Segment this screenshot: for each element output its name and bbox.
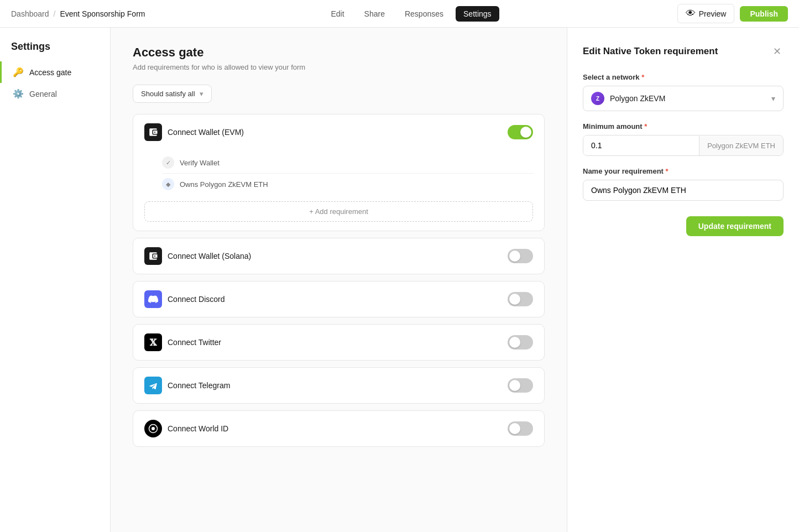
satisfy-dropdown-label: Should satisfy all xyxy=(141,90,195,98)
sub-req-owns-polygon[interactable]: ◆ Owns Polygon ZkEVM ETH xyxy=(162,173,533,195)
name-field-label: Name your requirement * xyxy=(583,167,784,175)
network-select-left: Z Polygon ZkEVM xyxy=(591,92,665,105)
nav-actions: 👁 Preview Publish xyxy=(677,4,788,23)
amount-input[interactable] xyxy=(583,135,699,155)
sidebar-item-label-access-gate: Access gate xyxy=(29,68,71,77)
add-requirement-button[interactable]: + Add requirement xyxy=(144,201,533,222)
card-connect-telegram: Connect Telegram xyxy=(133,367,545,404)
chevron-down-icon: ▾ xyxy=(200,90,203,98)
card-header-telegram: Connect Telegram xyxy=(133,368,544,403)
toggle-solana-slider xyxy=(508,249,533,263)
satisfy-dropdown[interactable]: Should satisfy all ▾ xyxy=(133,85,212,103)
toggle-evm-slider xyxy=(508,125,533,139)
breadcrumb-separator: / xyxy=(54,9,56,18)
sub-requirements-evm: ✓ Verify Wallet ◆ Owns Polygon ZkEVM ETH xyxy=(133,150,544,201)
card-connect-worldid: Connect World ID xyxy=(133,410,545,447)
polygon-logo: Z xyxy=(591,92,604,105)
toggle-solana[interactable] xyxy=(508,249,533,263)
network-select[interactable]: Z Polygon ZkEVM ▾ xyxy=(583,86,784,111)
amount-field-group: Minimum amount * Polygon ZkEVM ETH xyxy=(583,122,784,156)
card-connect-evm: Connect Wallet (EVM) ✓ Verify Wallet ◆ O… xyxy=(133,114,545,231)
gear-icon: ⚙️ xyxy=(13,88,24,99)
twitter-icon: 𝕏 xyxy=(144,333,162,351)
card-connect-solana: Connect Wallet (Solana) xyxy=(133,238,545,274)
card-title-group-worldid: Connect World ID xyxy=(144,420,228,437)
card-title-solana: Connect Wallet (Solana) xyxy=(168,252,251,260)
telegram-icon xyxy=(144,377,162,394)
name-field-group: Name your requirement * xyxy=(583,167,784,201)
update-requirement-button[interactable]: Update requirement xyxy=(686,216,784,236)
toggle-twitter[interactable] xyxy=(508,335,533,350)
wallet-solana-icon xyxy=(144,247,162,265)
discord-icon xyxy=(144,290,162,308)
toggle-telegram[interactable] xyxy=(508,378,533,393)
toggle-worldid[interactable] xyxy=(508,421,533,436)
page-title: Access gate xyxy=(133,45,545,60)
svg-point-1 xyxy=(152,427,155,430)
sub-req-verify-wallet-label: Verify Wallet xyxy=(180,159,220,167)
sidebar-title: Settings xyxy=(0,41,110,61)
amount-required-star: * xyxy=(644,122,647,131)
preview-button[interactable]: 👁 Preview xyxy=(677,4,735,23)
chevron-down-icon-network: ▾ xyxy=(771,94,775,103)
card-title-discord: Connect Discord xyxy=(168,295,225,304)
sidebar-item-general[interactable]: ⚙️ General xyxy=(0,83,110,105)
key-icon: 🔑 xyxy=(13,67,24,77)
toggle-evm[interactable] xyxy=(508,125,533,139)
network-value: Polygon ZkEVM xyxy=(610,94,665,103)
card-header-solana: Connect Wallet (Solana) xyxy=(133,238,544,274)
card-title-group-evm: Connect Wallet (EVM) xyxy=(144,123,244,141)
owns-polygon-icon: ◆ xyxy=(162,178,174,190)
tab-share[interactable]: Share xyxy=(357,6,393,22)
publish-button[interactable]: Publish xyxy=(740,6,788,22)
card-header-worldid: Connect World ID xyxy=(133,411,544,446)
name-required-star: * xyxy=(666,167,669,175)
card-title-group-discord: Connect Discord xyxy=(144,290,225,308)
panel-close-button[interactable]: ✕ xyxy=(771,43,784,60)
wallet-evm-icon xyxy=(144,123,162,141)
card-title-twitter: Connect Twitter xyxy=(168,338,221,347)
card-title-group-telegram: Connect Telegram xyxy=(144,377,230,394)
amount-label-text: Minimum amount xyxy=(583,122,643,131)
right-panel: Edit Native Token requirement ✕ Select a… xyxy=(567,28,799,532)
toggle-discord-slider xyxy=(508,292,533,306)
amount-unit: Polygon ZkEVM ETH xyxy=(699,136,783,155)
card-title-evm: Connect Wallet (EVM) xyxy=(168,128,244,137)
main-content: Access gate Add requirements for who is … xyxy=(111,28,567,532)
toggle-telegram-slider xyxy=(508,378,533,393)
card-title-group-solana: Connect Wallet (Solana) xyxy=(144,247,251,265)
toggle-worldid-slider xyxy=(508,421,533,436)
tab-edit[interactable]: Edit xyxy=(323,6,352,22)
amount-input-row: Polygon ZkEVM ETH xyxy=(583,135,784,156)
card-title-telegram: Connect Telegram xyxy=(168,381,230,390)
breadcrumb: Dashboard / Event Sponsorship Form xyxy=(11,9,145,18)
toggle-discord[interactable] xyxy=(508,292,533,306)
sidebar: Settings 🔑 Access gate ⚙️ General xyxy=(0,28,111,532)
sub-req-owns-polygon-label: Owns Polygon ZkEVM ETH xyxy=(180,180,268,189)
main-layout: Settings 🔑 Access gate ⚙️ General Access… xyxy=(0,28,799,532)
sidebar-item-access-gate[interactable]: 🔑 Access gate xyxy=(0,61,110,83)
sub-req-verify-wallet[interactable]: ✓ Verify Wallet xyxy=(162,152,533,173)
breadcrumb-dashboard[interactable]: Dashboard xyxy=(11,9,49,18)
panel-header: Edit Native Token requirement ✕ xyxy=(583,43,784,60)
network-field-group: Select a network * Z Polygon ZkEVM ▾ xyxy=(583,73,784,111)
tab-settings[interactable]: Settings xyxy=(456,6,499,22)
tab-responses[interactable]: Responses xyxy=(397,6,451,22)
worldid-icon xyxy=(144,420,162,437)
card-header-evm: Connect Wallet (EVM) xyxy=(133,114,544,150)
verify-wallet-icon: ✓ xyxy=(162,157,174,169)
card-connect-twitter: 𝕏 Connect Twitter xyxy=(133,324,545,361)
card-header-twitter: 𝕏 Connect Twitter xyxy=(133,325,544,360)
top-nav: Dashboard / Event Sponsorship Form Edit … xyxy=(0,0,799,28)
name-input[interactable] xyxy=(583,180,784,201)
card-title-worldid: Connect World ID xyxy=(168,424,228,433)
card-title-group-twitter: 𝕏 Connect Twitter xyxy=(144,333,221,351)
eye-icon: 👁 xyxy=(686,8,696,19)
amount-field-label: Minimum amount * xyxy=(583,122,784,131)
network-label-text: Select a network xyxy=(583,73,640,81)
card-connect-discord: Connect Discord xyxy=(133,281,545,317)
network-required-star: * xyxy=(641,73,644,81)
preview-label: Preview xyxy=(699,9,727,18)
sidebar-item-label-general: General xyxy=(29,90,57,98)
breadcrumb-form-name: Event Sponsorship Form xyxy=(60,9,145,18)
